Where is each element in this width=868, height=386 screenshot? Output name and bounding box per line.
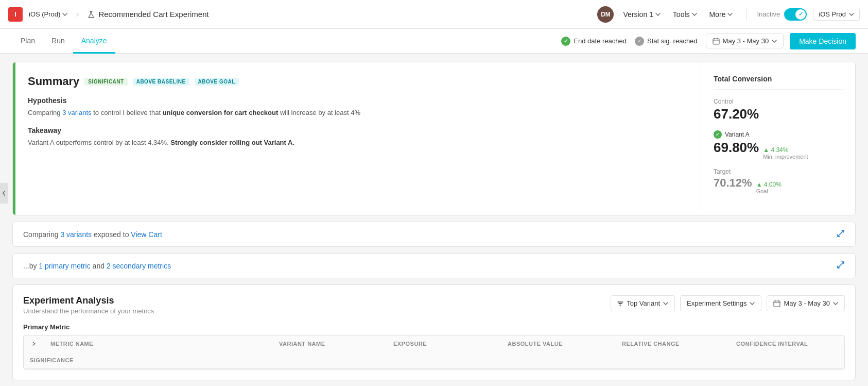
th-exposure: EXPOSURE xyxy=(387,335,501,352)
analysis-card: Experiment Analysis Understand the perfo… xyxy=(12,284,856,380)
analysis-header: Experiment Analysis Understand the perfo… xyxy=(23,295,845,323)
collapse-button[interactable] xyxy=(24,335,44,352)
control-label: Control xyxy=(714,98,843,105)
takeaway-text: Variant A outperforms control by at leas… xyxy=(28,138,688,148)
end-date-icon xyxy=(561,37,570,46)
primary-metric-link[interactable]: 1 primary metric xyxy=(39,262,90,270)
analysis-toolbar: Top Variant Experiment Settings May 3 - … xyxy=(611,295,845,311)
analysis-date-range[interactable]: May 3 - May 30 xyxy=(767,295,845,311)
summary-title: Summary SIGNIFICANT ABOVE BASELINE ABOVE… xyxy=(28,75,688,88)
make-decision-button[interactable]: Make Decision xyxy=(790,33,856,49)
comparing-row: Comparing 3 variants exposed to View Car… xyxy=(12,222,856,247)
flask-icon xyxy=(87,10,95,19)
calendar-icon xyxy=(713,38,720,45)
hypothesis-prefix: Comparing xyxy=(28,109,61,116)
calendar-icon xyxy=(773,300,780,307)
tab-plan[interactable]: Plan xyxy=(12,29,43,54)
metrics-table: METRIC NAME VARIANT NAME EXPOSURE ABSOLU… xyxy=(23,335,845,370)
table-header: METRIC NAME VARIANT NAME EXPOSURE ABSOLU… xyxy=(24,335,844,369)
date-range-label: May 3 - May 30 xyxy=(723,37,769,45)
active-toggle[interactable] xyxy=(784,8,807,21)
env-name: iOS Prod xyxy=(819,10,846,18)
th-metric-name: METRIC NAME xyxy=(44,335,273,352)
nav-separator xyxy=(746,8,747,21)
sub-nav: Plan Run Analyze End date reached Stat s… xyxy=(0,29,868,54)
variant-a-value: 69.80% xyxy=(714,140,759,156)
svg-rect-1 xyxy=(774,301,780,307)
svg-rect-0 xyxy=(713,39,719,44)
main-content: Summary SIGNIFICANT ABOVE BASELINE ABOVE… xyxy=(0,54,868,386)
total-conversion-title: Total Conversion xyxy=(714,75,843,90)
chevron-down-icon xyxy=(833,302,838,305)
stat-sig-badge: Stat sig. reached xyxy=(635,37,698,46)
top-variant-btn[interactable]: Top Variant xyxy=(611,295,675,311)
filter-icon xyxy=(617,300,623,307)
analysis-subtitle: Understand the performance of your metri… xyxy=(23,307,154,315)
date-range-selector[interactable]: May 3 - May 30 xyxy=(706,33,784,48)
variants-link[interactable]: 3 variants xyxy=(60,230,92,239)
nav-divider: › xyxy=(76,9,79,20)
th-confidence-interval: CONFIDENCE INTERVAL xyxy=(730,335,844,352)
summary-body: Summary SIGNIFICANT ABOVE BASELINE ABOVE… xyxy=(15,62,701,215)
app-icon: I xyxy=(8,7,23,22)
variant-a-metric: Variant A 69.80% ▲ 4.34% Min. improvemen… xyxy=(714,130,843,160)
analysis-title: Experiment Analysis xyxy=(23,295,154,306)
status-toggle: Inactive xyxy=(757,8,807,21)
summary-card: Summary SIGNIFICANT ABOVE BASELINE ABOVE… xyxy=(12,62,856,215)
metrics-middle: and xyxy=(93,262,105,270)
variant-a-check-icon xyxy=(714,130,722,139)
secondary-metrics-link[interactable]: 2 secondary metrics xyxy=(107,262,171,270)
variant-a-label-text: Variant A xyxy=(725,131,750,138)
comparing-prefix: Comparing xyxy=(23,230,58,239)
th-significance: SIGNIFICANCE xyxy=(24,352,44,368)
sidebar-toggle[interactable] xyxy=(0,183,8,204)
above-baseline-badge: ABOVE BASELINE xyxy=(133,78,189,86)
control-metric: Control 67.20% xyxy=(714,98,843,122)
chevron-down-icon xyxy=(663,302,668,305)
tab-analyze[interactable]: Analyze xyxy=(73,29,115,54)
tools-menu[interactable]: Tools xyxy=(670,8,700,21)
inactive-label: Inactive xyxy=(757,10,780,18)
target-label: Target xyxy=(714,168,843,175)
tab-run[interactable]: Run xyxy=(43,29,73,54)
th-relative-change: RELATIVE CHANGE xyxy=(616,335,730,352)
variant-a-sub: Min. improvement xyxy=(763,154,808,160)
target-sub: Goal xyxy=(756,188,782,194)
hypothesis-bold: unique conversion for cart checkout xyxy=(163,109,279,116)
env-selector[interactable]: iOS Prod xyxy=(813,8,860,21)
variants-link[interactable]: 3 variants xyxy=(62,109,91,116)
target-metric: Target 70.12% ▲ 4.00% Goal xyxy=(714,168,843,194)
metrics-expand-icon[interactable] xyxy=(837,261,845,271)
stat-sig-label: Stat sig. reached xyxy=(647,37,698,45)
settings-btn[interactable]: Experiment Settings xyxy=(680,295,761,311)
top-nav: I iOS (Prod) › Recommended Cart Experime… xyxy=(0,0,868,29)
end-date-badge: End date reached xyxy=(561,37,627,46)
experiment-name: Recommended Cart Experiment xyxy=(87,10,209,19)
user-avatar: DM xyxy=(597,6,614,23)
end-date-label: End date reached xyxy=(574,37,627,45)
chevron-down-icon xyxy=(772,40,777,43)
control-value: 67.20% xyxy=(714,106,843,122)
hypothesis-text: Comparing 3 variants to control I believ… xyxy=(28,108,688,118)
stat-sig-icon xyxy=(635,37,644,46)
metrics-prefix: ...by xyxy=(23,262,37,270)
view-cart-link[interactable]: View Cart xyxy=(131,230,162,239)
target-delta: ▲ 4.00% xyxy=(756,181,782,188)
platform-name: iOS (Prod) xyxy=(29,10,60,18)
variant-a-delta: ▲ 4.34% xyxy=(763,146,808,154)
platform-selector[interactable]: iOS (Prod) xyxy=(29,10,67,18)
th-variant-name: VARIANT NAME xyxy=(273,335,387,352)
significant-badge: SIGNIFICANT xyxy=(84,78,127,86)
takeaway-label: Takeaway xyxy=(28,126,688,135)
summary-metrics: Total Conversion Control 67.20% Variant … xyxy=(701,62,855,215)
toggle-thumb xyxy=(795,9,806,20)
above-goal-badge: ABOVE GOAL xyxy=(195,78,239,86)
comparing-middle: exposed to xyxy=(94,230,129,239)
version-selector[interactable]: Version 1 xyxy=(620,8,663,21)
th-absolute-value: ABSOLUTE VALUE xyxy=(501,335,616,352)
hypothesis-label: Hypothesis xyxy=(28,96,688,105)
chevron-down-icon xyxy=(750,302,755,305)
metrics-row: ...by 1 primary metric and 2 secondary m… xyxy=(12,253,856,278)
more-menu[interactable]: More xyxy=(706,8,736,21)
expand-icon[interactable] xyxy=(837,229,845,239)
